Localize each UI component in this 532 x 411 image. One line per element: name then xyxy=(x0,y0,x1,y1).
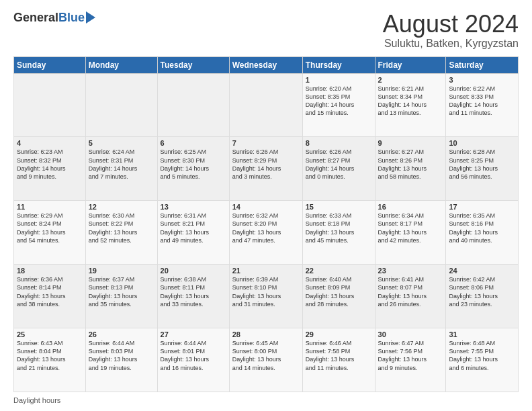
day-info: Sunrise: 6:23 AM Sunset: 8:32 PM Dayligh… xyxy=(17,148,83,181)
calendar-cell: 20Sunrise: 6:38 AM Sunset: 8:11 PM Dayli… xyxy=(157,265,229,328)
day-header-thursday: Thursday xyxy=(302,56,375,73)
day-header-tuesday: Tuesday xyxy=(157,56,229,73)
day-number: 13 xyxy=(161,203,226,211)
calendar-cell: 9Sunrise: 6:27 AM Sunset: 8:26 PM Daylig… xyxy=(375,137,446,201)
day-info: Sunrise: 6:44 AM Sunset: 8:01 PM Dayligh… xyxy=(161,339,226,372)
calendar-cell: 10Sunrise: 6:28 AM Sunset: 8:25 PM Dayli… xyxy=(446,137,519,201)
day-info: Sunrise: 6:46 AM Sunset: 7:58 PM Dayligh… xyxy=(306,339,372,372)
day-info: Sunrise: 6:21 AM Sunset: 8:34 PM Dayligh… xyxy=(378,85,443,118)
calendar-cell: 8Sunrise: 6:26 AM Sunset: 8:27 PM Daylig… xyxy=(302,137,375,201)
day-info: Sunrise: 6:28 AM Sunset: 8:25 PM Dayligh… xyxy=(449,148,515,181)
calendar-cell: 31Sunrise: 6:48 AM Sunset: 7:55 PM Dayli… xyxy=(446,328,519,392)
calendar-cell: 3Sunrise: 6:22 AM Sunset: 8:33 PM Daylig… xyxy=(446,73,519,137)
calendar-cell: 23Sunrise: 6:41 AM Sunset: 8:07 PM Dayli… xyxy=(375,265,446,328)
day-header-monday: Monday xyxy=(85,56,157,73)
calendar-cell: 22Sunrise: 6:40 AM Sunset: 8:09 PM Dayli… xyxy=(302,265,375,328)
day-info: Sunrise: 6:29 AM Sunset: 8:24 PM Dayligh… xyxy=(17,212,83,244)
day-header-wednesday: Wednesday xyxy=(229,56,302,73)
logo-general-text: General xyxy=(13,11,58,25)
day-number: 17 xyxy=(449,203,515,211)
day-number: 6 xyxy=(161,139,226,147)
calendar-body: 1Sunrise: 6:20 AM Sunset: 8:35 PM Daylig… xyxy=(14,73,519,392)
calendar-cell xyxy=(85,73,157,137)
day-number: 11 xyxy=(17,203,83,211)
day-info: Sunrise: 6:30 AM Sunset: 8:22 PM Dayligh… xyxy=(89,212,154,244)
calendar-cell: 16Sunrise: 6:34 AM Sunset: 8:17 PM Dayli… xyxy=(375,201,446,265)
calendar-cell: 27Sunrise: 6:44 AM Sunset: 8:01 PM Dayli… xyxy=(157,328,229,392)
day-info: Sunrise: 6:32 AM Sunset: 8:20 PM Dayligh… xyxy=(232,212,300,244)
day-info: Sunrise: 6:24 AM Sunset: 8:31 PM Dayligh… xyxy=(89,148,154,181)
week-row-1: 1Sunrise: 6:20 AM Sunset: 8:35 PM Daylig… xyxy=(14,73,519,137)
day-header-sunday: Sunday xyxy=(14,56,86,73)
day-info: Sunrise: 6:31 AM Sunset: 8:21 PM Dayligh… xyxy=(161,212,226,244)
calendar-cell: 18Sunrise: 6:36 AM Sunset: 8:14 PM Dayli… xyxy=(14,265,86,328)
day-number: 31 xyxy=(449,330,515,338)
logo-arrow-icon xyxy=(86,11,95,24)
logo: General Blue xyxy=(13,11,95,25)
day-number: 16 xyxy=(378,203,443,211)
logo-blue-text: Blue xyxy=(58,11,85,25)
calendar-cell: 12Sunrise: 6:30 AM Sunset: 8:22 PM Dayli… xyxy=(85,201,157,265)
day-info: Sunrise: 6:47 AM Sunset: 7:56 PM Dayligh… xyxy=(378,339,443,372)
calendar-cell: 26Sunrise: 6:44 AM Sunset: 8:03 PM Dayli… xyxy=(85,328,157,392)
calendar-cell: 25Sunrise: 6:43 AM Sunset: 8:04 PM Dayli… xyxy=(14,328,86,392)
day-number: 14 xyxy=(232,203,300,211)
day-number: 8 xyxy=(306,139,372,147)
calendar-cell: 24Sunrise: 6:42 AM Sunset: 8:06 PM Dayli… xyxy=(446,265,519,328)
day-number: 18 xyxy=(17,267,83,275)
day-number: 27 xyxy=(161,330,226,338)
day-info: Sunrise: 6:45 AM Sunset: 8:00 PM Dayligh… xyxy=(232,339,300,372)
week-row-5: 25Sunrise: 6:43 AM Sunset: 8:04 PM Dayli… xyxy=(14,328,519,392)
day-info: Sunrise: 6:37 AM Sunset: 8:13 PM Dayligh… xyxy=(89,275,154,308)
calendar-cell: 30Sunrise: 6:47 AM Sunset: 7:56 PM Dayli… xyxy=(375,328,446,392)
day-number: 24 xyxy=(449,267,515,275)
days-header-row: SundayMondayTuesdayWednesdayThursdayFrid… xyxy=(14,56,519,73)
calendar-cell: 7Sunrise: 6:26 AM Sunset: 8:29 PM Daylig… xyxy=(229,137,302,201)
location-subtitle: Suluktu, Batken, Kyrgyzstan xyxy=(383,38,519,50)
day-info: Sunrise: 6:35 AM Sunset: 8:16 PM Dayligh… xyxy=(449,212,515,244)
day-number: 30 xyxy=(378,330,443,338)
day-number: 25 xyxy=(17,330,83,338)
day-number: 5 xyxy=(89,139,154,147)
day-number: 9 xyxy=(378,139,443,147)
calendar-cell: 6Sunrise: 6:25 AM Sunset: 8:30 PM Daylig… xyxy=(157,137,229,201)
calendar-cell: 19Sunrise: 6:37 AM Sunset: 8:13 PM Dayli… xyxy=(85,265,157,328)
month-year-title: August 2024 xyxy=(383,11,519,38)
day-number: 3 xyxy=(449,76,515,84)
calendar-cell: 15Sunrise: 6:33 AM Sunset: 8:18 PM Dayli… xyxy=(302,201,375,265)
week-row-4: 18Sunrise: 6:36 AM Sunset: 8:14 PM Dayli… xyxy=(14,265,519,328)
week-row-3: 11Sunrise: 6:29 AM Sunset: 8:24 PM Dayli… xyxy=(14,201,519,265)
day-info: Sunrise: 6:40 AM Sunset: 8:09 PM Dayligh… xyxy=(306,275,372,308)
calendar: SundayMondayTuesdayWednesdayThursdayFrid… xyxy=(13,56,519,392)
calendar-cell: 29Sunrise: 6:46 AM Sunset: 7:58 PM Dayli… xyxy=(302,328,375,392)
day-info: Sunrise: 6:27 AM Sunset: 8:26 PM Dayligh… xyxy=(378,148,443,181)
calendar-cell: 14Sunrise: 6:32 AM Sunset: 8:20 PM Dayli… xyxy=(229,201,302,265)
calendar-cell xyxy=(229,73,302,137)
day-info: Sunrise: 6:41 AM Sunset: 8:07 PM Dayligh… xyxy=(378,275,443,308)
day-number: 7 xyxy=(232,139,300,147)
day-number: 1 xyxy=(306,76,372,84)
day-number: 23 xyxy=(378,267,443,275)
calendar-cell xyxy=(14,73,86,137)
footer: Daylight hours xyxy=(13,396,519,404)
day-number: 21 xyxy=(232,267,300,275)
day-info: Sunrise: 6:36 AM Sunset: 8:14 PM Dayligh… xyxy=(17,275,83,308)
header: General Blue August 2024 Suluktu, Batken… xyxy=(13,11,519,50)
day-number: 22 xyxy=(306,267,372,275)
day-info: Sunrise: 6:44 AM Sunset: 8:03 PM Dayligh… xyxy=(89,339,154,372)
calendar-cell: 1Sunrise: 6:20 AM Sunset: 8:35 PM Daylig… xyxy=(302,73,375,137)
day-info: Sunrise: 6:43 AM Sunset: 8:04 PM Dayligh… xyxy=(17,339,83,372)
day-number: 28 xyxy=(232,330,300,338)
day-number: 12 xyxy=(89,203,154,211)
page: General Blue August 2024 Suluktu, Batken… xyxy=(0,0,532,411)
day-header-friday: Friday xyxy=(375,56,446,73)
calendar-table: SundayMondayTuesdayWednesdayThursdayFrid… xyxy=(13,56,519,392)
day-info: Sunrise: 6:26 AM Sunset: 8:27 PM Dayligh… xyxy=(306,148,372,181)
day-info: Sunrise: 6:25 AM Sunset: 8:30 PM Dayligh… xyxy=(161,148,226,181)
calendar-cell: 4Sunrise: 6:23 AM Sunset: 8:32 PM Daylig… xyxy=(14,137,86,201)
calendar-cell: 21Sunrise: 6:39 AM Sunset: 8:10 PM Dayli… xyxy=(229,265,302,328)
day-info: Sunrise: 6:26 AM Sunset: 8:29 PM Dayligh… xyxy=(232,148,300,181)
title-block: August 2024 Suluktu, Batken, Kyrgyzstan xyxy=(383,11,519,50)
day-number: 2 xyxy=(378,76,443,84)
day-info: Sunrise: 6:48 AM Sunset: 7:55 PM Dayligh… xyxy=(449,339,515,372)
